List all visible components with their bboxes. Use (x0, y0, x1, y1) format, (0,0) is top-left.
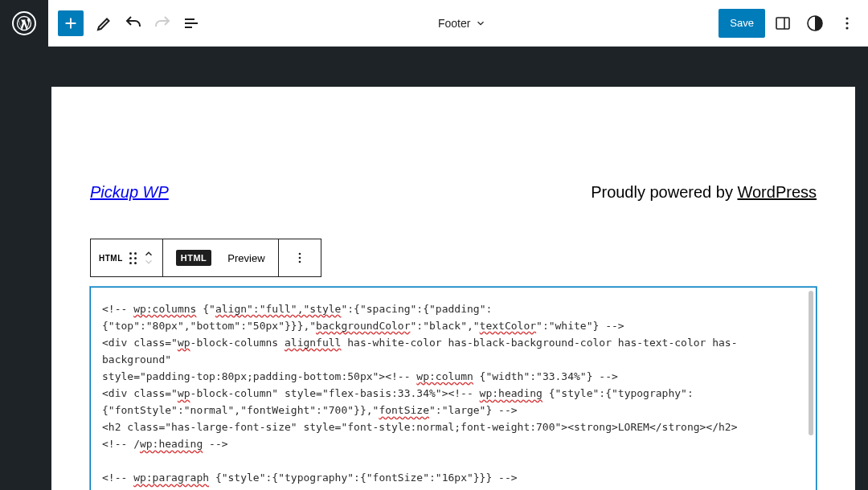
code-line: style="padding-top:80px;padding-bottom:5… (102, 368, 805, 385)
settings-sidebar-toggle[interactable] (768, 9, 797, 38)
toolbar-left-group (55, 9, 206, 38)
more-vertical-icon (292, 250, 308, 266)
tab-preview[interactable]: Preview (223, 252, 269, 264)
code-line: <!-- wp:paragraph {"style":{"typography"… (102, 469, 805, 486)
code-line: {"top":"80px","bottom":"50px"}}},"backgr… (102, 317, 805, 334)
block-inserter-button[interactable] (58, 10, 84, 36)
code-line: {"fontStyle":"normal","fontWeight":"700"… (102, 402, 805, 419)
html-preview-tabs: HTML Preview (163, 239, 279, 276)
tools-button[interactable] (90, 9, 119, 38)
wordpress-logo-icon[interactable] (12, 11, 36, 35)
code-line: <div class="wp-block-column" style="flex… (102, 385, 805, 402)
code-line: <!-- wp:columns {"align":"full","style":… (102, 300, 805, 317)
undo-button[interactable] (119, 9, 148, 38)
block-type-segment: HTML (91, 239, 163, 276)
scrollbar-thumb[interactable] (809, 291, 813, 435)
block-type-label: HTML (99, 254, 123, 263)
move-up-icon[interactable] (143, 250, 154, 258)
site-title-link[interactable]: Pickup WP (90, 183, 169, 202)
powered-by-text: Proudly powered by WordPress (591, 183, 817, 202)
code-line: <div class="wp-block-columns alignfull h… (102, 334, 805, 368)
list-view-button[interactable] (177, 9, 206, 38)
wordpress-link[interactable]: WordPress (737, 183, 817, 201)
chevron-down-icon (475, 18, 486, 29)
code-line (102, 452, 805, 469)
tab-html[interactable]: HTML (171, 250, 217, 266)
block-toolbar: HTML HTML Preview (90, 239, 321, 277)
code-line: <!-- /wp:heading --> (102, 435, 805, 452)
template-name: Footer (438, 17, 470, 30)
toolbar-right-group: Save (719, 9, 862, 38)
svg-point-7 (845, 17, 848, 19)
svg-point-10 (298, 253, 301, 255)
block-options[interactable] (279, 239, 321, 276)
options-button[interactable] (833, 9, 862, 38)
editor-top-toolbar: Footer Save (48, 0, 868, 47)
template-selector[interactable]: Footer (206, 17, 719, 30)
editor-canvas: Pickup WP Proudly powered by WordPress H… (48, 47, 868, 490)
redo-button[interactable] (148, 9, 177, 38)
save-button[interactable]: Save (719, 9, 765, 38)
move-down-icon[interactable] (143, 258, 154, 266)
custom-html-editor[interactable]: <!-- wp:columns {"align":"full","style":… (90, 287, 817, 490)
svg-rect-2 (185, 27, 192, 28)
code-line: <p style="font-size:16px">Lorem ipsum do… (102, 487, 805, 490)
drag-handle-icon[interactable] (129, 252, 137, 264)
admin-sidebar (0, 0, 48, 490)
svg-rect-3 (776, 18, 789, 29)
styles-button[interactable] (800, 9, 829, 38)
svg-rect-0 (185, 18, 194, 20)
svg-rect-1 (185, 22, 198, 24)
page-content: Pickup WP Proudly powered by WordPress H… (51, 87, 855, 490)
footer-preview-row: Pickup WP Proudly powered by WordPress (90, 183, 817, 202)
svg-point-9 (845, 27, 848, 29)
svg-point-12 (298, 261, 301, 263)
svg-point-8 (845, 22, 848, 24)
svg-point-11 (298, 257, 301, 259)
block-movers (143, 250, 154, 266)
code-line: <h2 class="has-large-font-size" style="f… (102, 419, 805, 435)
